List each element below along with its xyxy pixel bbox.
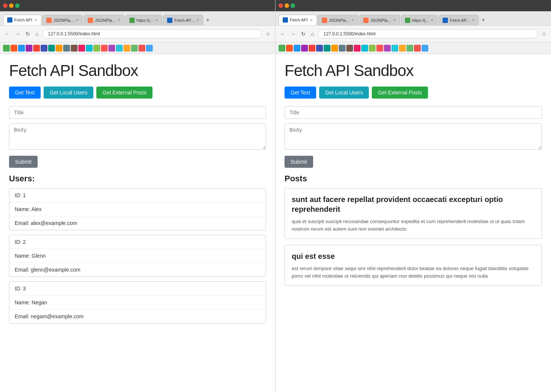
tab-favicon-right-5 xyxy=(443,18,448,23)
bookmark-15-left[interactable] xyxy=(108,45,115,52)
tab-json1-left[interactable]: JSONPla... ✕ xyxy=(42,15,83,25)
tab-close-right-1[interactable]: ✕ xyxy=(310,18,313,22)
tab-close-left-2[interactable]: ✕ xyxy=(76,18,79,22)
get-external-posts-btn-right[interactable]: Get External Posts xyxy=(372,87,428,99)
tab-close-right-4[interactable]: ✕ xyxy=(431,18,434,22)
bookmark-20-right[interactable] xyxy=(422,45,428,52)
bookmark-11-right[interactable] xyxy=(354,45,361,52)
get-text-btn-left[interactable]: Get Text xyxy=(9,87,41,99)
user-email-1-left: Email: alex@example.com xyxy=(9,216,266,230)
bookmark-4-left[interactable] xyxy=(26,45,32,52)
bookmark-16-left[interactable] xyxy=(116,45,123,52)
bookmark-12-right[interactable] xyxy=(361,45,368,52)
bookmark-3-left[interactable] xyxy=(18,45,25,52)
new-tab-btn-right[interactable]: + xyxy=(479,15,487,25)
tab-fetch2-right[interactable]: Fetch AP... ✕ xyxy=(438,15,478,25)
new-tab-btn-left[interactable]: + xyxy=(204,15,212,25)
tab-favicon-right-1 xyxy=(283,17,288,23)
bookmark-17-left[interactable] xyxy=(123,45,130,52)
bookmark-1-left[interactable] xyxy=(3,45,10,52)
tab-fetch2-left[interactable]: Fetch AP... ✕ xyxy=(163,15,203,25)
bookmark-11-left[interactable] xyxy=(78,45,85,52)
address-bar-left: ← → ↻ ⌂ ☆ xyxy=(0,26,275,42)
tab-close-right-3[interactable]: ✕ xyxy=(393,18,396,22)
back-btn-right[interactable]: ← xyxy=(279,30,287,38)
bookmark-4-right[interactable] xyxy=(301,45,308,52)
tab-close-right-5[interactable]: ✕ xyxy=(472,18,475,22)
close-btn-right[interactable] xyxy=(279,3,283,8)
bookmark-19-right[interactable] xyxy=(414,45,421,52)
bookmark-13-right[interactable] xyxy=(369,45,376,52)
tab-close-left-5[interactable]: ✕ xyxy=(196,18,199,22)
bookmark-13-left[interactable] xyxy=(93,45,100,52)
home-btn-right[interactable]: ⌂ xyxy=(309,30,315,38)
body-textarea-left[interactable] xyxy=(9,123,266,150)
address-input-left[interactable] xyxy=(42,29,262,38)
title-input-left[interactable] xyxy=(9,106,266,119)
bookmark-6-right[interactable] xyxy=(316,45,323,52)
tab-https-left[interactable]: https://j... ✕ xyxy=(125,15,163,25)
bookmark-6-left[interactable] xyxy=(41,45,47,52)
bookmark-9-right[interactable] xyxy=(339,45,346,52)
tab-close-left-3[interactable]: ✕ xyxy=(117,18,120,22)
bookmark-2-left[interactable] xyxy=(11,45,17,52)
bookmark-9-left[interactable] xyxy=(63,45,70,52)
tab-https-right[interactable]: https://j... ✕ xyxy=(401,15,438,25)
bookmark-2-right[interactable] xyxy=(286,45,293,52)
back-btn-left[interactable]: ← xyxy=(3,30,11,38)
body-textarea-right[interactable] xyxy=(285,123,542,150)
reload-btn-left[interactable]: ↻ xyxy=(24,30,32,38)
bookmark-1-right[interactable] xyxy=(279,45,285,52)
get-local-users-btn-left[interactable]: Get Local Users xyxy=(44,87,93,99)
tab-close-left-1[interactable]: ✕ xyxy=(34,18,37,22)
tab-fetch-left[interactable]: Fetch API ✕ xyxy=(3,15,41,25)
bookmark-19-left[interactable] xyxy=(139,45,145,52)
bookmark-btn-right[interactable]: ☆ xyxy=(540,30,548,38)
bookmark-8-left[interactable] xyxy=(56,45,62,52)
bookmark-14-right[interactable] xyxy=(376,45,383,52)
tab-json2-left[interactable]: JSONPla... ✕ xyxy=(84,15,124,25)
forward-btn-right[interactable]: → xyxy=(289,30,297,38)
title-input-right[interactable] xyxy=(285,106,542,119)
bookmark-5-right[interactable] xyxy=(309,45,315,52)
user-card-2-left: ID: 2 Name: Glenn Email: glenn@example.c… xyxy=(9,235,266,277)
submit-btn-left[interactable]: Submit xyxy=(9,156,38,168)
bookmark-7-right[interactable] xyxy=(324,45,330,52)
tab-close-left-4[interactable]: ✕ xyxy=(155,18,158,22)
tab-json2-right[interactable]: JSONPla... ✕ xyxy=(359,15,400,25)
bookmark-10-right[interactable] xyxy=(346,45,353,52)
get-text-btn-right[interactable]: Get Text xyxy=(285,87,316,99)
submit-btn-right[interactable]: Submit xyxy=(285,156,313,168)
bookmark-20-left[interactable] xyxy=(146,45,153,52)
bookmark-5-left[interactable] xyxy=(33,45,40,52)
bookmark-17-right[interactable] xyxy=(399,45,406,52)
get-local-users-btn-right[interactable]: Get Local Users xyxy=(319,87,369,99)
user-id-2-left: ID: 2 xyxy=(9,235,266,249)
bookmark-btn-left[interactable]: ☆ xyxy=(264,30,272,38)
forward-btn-left[interactable]: → xyxy=(14,30,22,38)
max-btn-left[interactable] xyxy=(15,3,20,8)
get-external-posts-btn-left[interactable]: Get External Posts xyxy=(96,87,152,99)
bookmark-15-right[interactable] xyxy=(384,45,391,52)
tab-favicon-left-5 xyxy=(167,18,172,23)
min-btn-left[interactable] xyxy=(9,3,14,8)
bookmark-18-right[interactable] xyxy=(406,45,413,52)
address-input-right[interactable] xyxy=(318,29,538,38)
max-btn-right[interactable] xyxy=(291,3,295,8)
bookmark-12-left[interactable] xyxy=(86,45,93,52)
bookmark-14-left[interactable] xyxy=(101,45,108,52)
home-btn-left[interactable]: ⌂ xyxy=(34,30,40,38)
bookmark-18-left[interactable] xyxy=(131,45,138,52)
close-btn-left[interactable] xyxy=(3,3,8,8)
bookmark-10-left[interactable] xyxy=(71,45,78,52)
bookmark-16-right[interactable] xyxy=(391,45,398,52)
tab-json1-right[interactable]: JSONPla... ✕ xyxy=(318,15,358,25)
bookmark-8-right[interactable] xyxy=(331,45,338,52)
bookmark-7-left[interactable] xyxy=(48,45,55,52)
min-btn-right[interactable] xyxy=(285,3,289,8)
reload-btn-right[interactable]: ↻ xyxy=(300,30,307,38)
page-title-left: Fetch API Sandbox xyxy=(9,62,266,80)
tab-close-right-2[interactable]: ✕ xyxy=(351,18,354,22)
tab-fetch-right[interactable]: Fetch API ✕ xyxy=(279,15,317,25)
bookmark-3-right[interactable] xyxy=(294,45,300,52)
